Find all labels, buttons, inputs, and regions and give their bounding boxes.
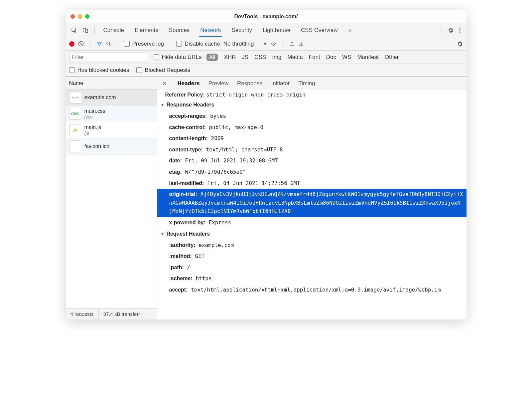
inspect-icon[interactable] (69, 25, 79, 35)
preserve-log-checkbox[interactable]: Preserve log (124, 41, 164, 47)
response-header-row[interactable]: cache-control: public, max-age=0 (157, 122, 466, 133)
settings-icon[interactable] (447, 27, 454, 34)
response-header-row[interactable]: content-length: 2009 (157, 133, 466, 144)
tab-console[interactable]: Console (99, 23, 129, 37)
svg-point-7 (107, 42, 110, 45)
svg-rect-2 (85, 29, 88, 33)
detail-tab-headers[interactable]: Headers (178, 80, 200, 87)
filter-input[interactable] (69, 53, 149, 62)
response-header-row[interactable]: date: Fri, 09 Jul 2021 19:32:08 GMT (157, 155, 466, 166)
throttling-select[interactable]: No throttling ▾ (223, 40, 267, 47)
device-toggle-icon[interactable] (80, 25, 90, 35)
response-header-row[interactable]: last-modified: Fri, 04 Jun 2021 14:27:56… (157, 178, 466, 189)
filter-bar: Hide data URLs AllXHRJSCSSImgMediaFontDo… (66, 51, 466, 64)
tab-sources[interactable]: Sources (164, 23, 194, 37)
response-header-row[interactable]: etag: W/"7d9-179d76c65e0" (157, 166, 466, 178)
tab-security[interactable]: Security (227, 23, 256, 37)
titlebar: DevTools - example.com/ (66, 10, 466, 23)
tab-network[interactable]: Network (196, 23, 225, 37)
minimize-window-icon[interactable] (78, 14, 82, 19)
filter-type-manifest[interactable]: Manifest (357, 54, 378, 61)
request-header-row[interactable]: accept: text/html,application/xhtml+xml,… (157, 284, 466, 296)
sidebar-statusbar: 4 requests 37.4 kB transferr (66, 308, 157, 319)
network-settings-icon[interactable] (457, 41, 463, 47)
detail-tabs: ✕ HeadersPreviewResponseInitiatorTiming (157, 77, 466, 90)
tab-elements[interactable]: Elements (130, 23, 163, 37)
request-header-row[interactable]: :method: GET (157, 251, 466, 262)
disclosure-triangle-icon: ▼ (161, 232, 165, 236)
request-row[interactable]: favicon.ico (66, 138, 157, 155)
filter-type-media[interactable]: Media (287, 54, 303, 61)
detail-tab-initiator[interactable]: Initiator (271, 80, 290, 87)
filter-type-font[interactable]: Font (309, 54, 320, 61)
network-conditions-icon[interactable] (270, 41, 277, 47)
response-headers-title[interactable]: ▼ Response Headers (157, 99, 466, 110)
disclosure-triangle-icon: ▼ (161, 102, 165, 107)
header-value: text/html,application/xhtml+xml,applicat… (188, 287, 441, 293)
network-toolbar: Preserve log Disable cache No throttling… (66, 37, 466, 51)
header-value: Aj4DysCv3VjknU3jJvkDEwnQZK/vmse4rdd8jZog… (169, 191, 463, 214)
filter-type-doc[interactable]: Doc (326, 54, 336, 61)
request-path: /js (84, 130, 101, 136)
header-key: accept: (169, 287, 188, 293)
response-header-row[interactable]: x-powered-by: Express (157, 217, 466, 228)
blocked-requests-label: Blocked Requests (145, 67, 190, 74)
filter-type-all[interactable]: All (206, 54, 218, 61)
filter-icon[interactable] (96, 41, 102, 47)
header-value: 2009 (208, 135, 224, 141)
zoom-window-icon[interactable] (85, 14, 89, 19)
separator (94, 27, 95, 34)
record-icon[interactable] (69, 41, 74, 47)
filter-type-js[interactable]: JS (242, 54, 248, 61)
response-header-row[interactable]: content-type: text/html; charset=UTF-8 (157, 144, 466, 155)
svg-point-8 (273, 45, 274, 46)
close-window-icon[interactable] (70, 14, 75, 19)
request-header-row[interactable]: :scheme: https (157, 273, 466, 284)
close-detail-icon[interactable]: ✕ (162, 80, 169, 87)
header-value: example.com (196, 242, 234, 248)
request-sidebar: Name < >example.comCSSmain.css/cssJSmain… (66, 77, 157, 319)
filter-type-other[interactable]: Other (385, 54, 399, 61)
blocked-requests-checkbox[interactable]: Blocked Requests (136, 67, 190, 74)
more-tabs-button[interactable]: » (344, 23, 356, 37)
import-har-icon[interactable] (289, 41, 295, 47)
header-value: W/"7d9-179d76c65e0" (182, 169, 246, 175)
headers-panel[interactable]: Referrer Policy: strict-origin-when-cros… (157, 90, 466, 319)
response-header-row[interactable]: accept-ranges: bytes (157, 110, 466, 122)
request-headers-title[interactable]: ▼ Request Headers (157, 228, 466, 240)
tab-lighthouse[interactable]: Lighthouse (258, 23, 295, 37)
separator (90, 40, 90, 48)
detail-tab-response[interactable]: Response (237, 80, 263, 87)
request-row[interactable]: JSmain.js/js (66, 122, 157, 138)
blocked-cookies-checkbox[interactable]: Has blocked cookies (69, 67, 129, 74)
request-header-row[interactable]: :authority: example.com (157, 240, 466, 251)
request-header-row[interactable]: :path: / (157, 262, 466, 273)
clear-icon[interactable] (78, 41, 84, 47)
disable-cache-checkbox[interactable]: Disable cache (176, 41, 220, 47)
kebab-menu-icon[interactable] (457, 27, 463, 34)
disable-cache-label: Disable cache (185, 41, 220, 47)
export-har-icon[interactable] (298, 41, 304, 47)
header-key: last-modified: (169, 180, 204, 186)
separator (283, 40, 283, 48)
request-name: favicon.ico (84, 143, 110, 149)
filter-type-css[interactable]: CSS (254, 54, 266, 61)
header-value: Fri, 04 Jun 2021 14:27:56 GMT (204, 180, 300, 186)
hide-data-urls-checkbox[interactable]: Hide data URLs (154, 54, 202, 61)
request-list: < >example.comCSSmain.css/cssJSmain.js/j… (66, 90, 157, 308)
response-header-row[interactable]: origin-trial: Aj4DysCv3VjknU3jJvkDEwnQZK… (157, 189, 466, 217)
blocked-cookies-label: Has blocked cookies (77, 67, 129, 74)
filter-type-ws[interactable]: WS (342, 54, 351, 61)
request-name: main.css (84, 108, 105, 114)
tab-css-overview[interactable]: CSS Overview (296, 23, 342, 37)
svg-point-3 (459, 28, 460, 29)
request-row[interactable]: < >example.com (66, 90, 157, 106)
detail-tab-timing[interactable]: Timing (298, 80, 315, 87)
request-row[interactable]: CSSmain.css/css (66, 106, 157, 122)
search-icon[interactable] (106, 41, 112, 47)
filter-type-xhr[interactable]: XHR (224, 54, 236, 61)
filter-type-img[interactable]: Img (272, 54, 281, 61)
name-column-header[interactable]: Name (66, 77, 157, 90)
detail-tab-preview[interactable]: Preview (208, 80, 228, 87)
devtools-window: DevTools - example.com/ ConsoleElementsS… (66, 10, 466, 319)
